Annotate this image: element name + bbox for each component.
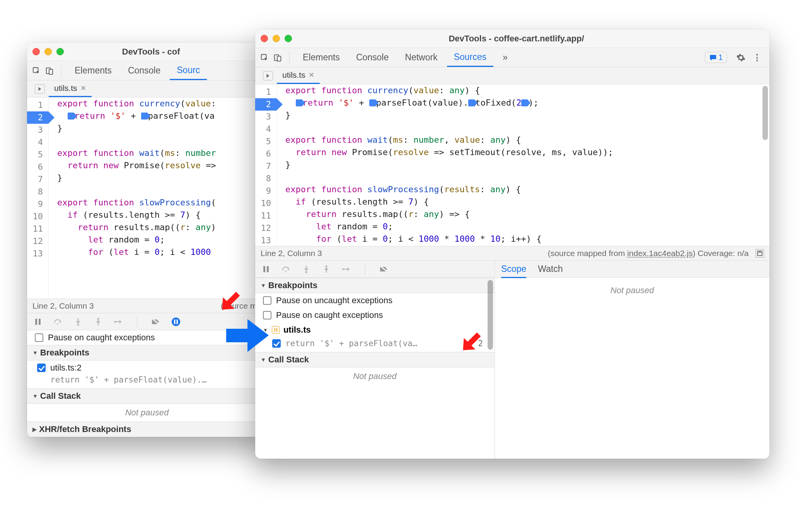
code-editor[interactable]: 1 2 3 4 5 6 7 8 9 10 11 12 13 export fun… <box>27 97 267 299</box>
checkbox[interactable] <box>263 296 271 305</box>
step-into-icon[interactable] <box>301 264 312 275</box>
window-title: DevTools - cof <box>64 47 261 57</box>
issues-count: 1 <box>718 53 723 62</box>
gutter[interactable]: 1 2 3 4 5 6 7 8 9 10 11 12 13 <box>255 84 277 246</box>
svg-point-18 <box>285 270 287 272</box>
chevron-right-icon: ▶ <box>32 426 37 432</box>
svg-point-21 <box>342 268 344 270</box>
pause-caught-row[interactable]: Pause on caught exceptions <box>255 308 495 323</box>
tab-console[interactable]: Console <box>349 48 396 67</box>
more-tabs-icon[interactable]: » <box>496 48 515 67</box>
svg-rect-3 <box>35 319 37 325</box>
checkbox[interactable] <box>272 339 281 348</box>
file-tab-utils[interactable]: utils.ts ✕ <box>277 67 320 84</box>
svg-point-9 <box>172 318 180 326</box>
bp-file-label: utils.ts:2 <box>50 363 82 373</box>
inspect-icon[interactable] <box>31 65 42 76</box>
step-icon[interactable] <box>113 316 124 327</box>
scrollbar[interactable] <box>763 86 768 140</box>
tab-sources[interactable]: Sources <box>447 48 493 67</box>
svg-rect-11 <box>177 319 178 324</box>
breakpoint-item[interactable]: utils.ts:2 <box>27 360 267 375</box>
breakpoint-marker[interactable]: 2 <box>27 111 48 124</box>
pause-caught-label: Pause on caught exceptions <box>276 310 383 320</box>
issues-button[interactable]: 1 <box>705 52 727 63</box>
close-window-icon[interactable] <box>261 35 268 42</box>
tab-scope[interactable]: Scope <box>501 264 526 278</box>
not-paused-label: Not paused <box>27 404 267 422</box>
tab-sources[interactable]: Sourc <box>170 61 207 80</box>
tab-elements[interactable]: Elements <box>296 48 347 67</box>
file-tabbar: utils.ts ✕ <box>27 80 267 97</box>
minimize-window-icon[interactable] <box>44 48 52 55</box>
code-editor[interactable]: 1 2 3 4 5 6 7 8 9 10 11 12 13 export fun… <box>255 84 769 246</box>
svg-point-7 <box>97 318 99 319</box>
gear-icon[interactable] <box>735 52 746 63</box>
pause-exceptions-toggle-icon[interactable] <box>171 316 181 327</box>
scope-not-paused: Not paused <box>495 278 769 299</box>
deactivate-breakpoints-icon[interactable] <box>379 264 389 275</box>
svg-point-5 <box>57 323 58 324</box>
traffic-lights <box>32 48 64 55</box>
mapped-file-link[interactable]: index.1ac4eab2.js <box>627 249 693 258</box>
tab-console[interactable]: Console <box>121 61 167 80</box>
close-window-icon[interactable] <box>32 48 40 55</box>
not-paused-label: Not paused <box>255 367 495 385</box>
callstack-header[interactable]: ▼ Call Stack <box>27 388 267 404</box>
file-tab-utils[interactable]: utils.ts ✕ <box>49 80 92 97</box>
tab-network[interactable]: Network <box>398 48 444 67</box>
step-into-icon[interactable] <box>73 316 84 327</box>
scope-watch-tabs: Scope Watch <box>495 261 769 278</box>
collapse-icon[interactable] <box>756 249 764 258</box>
close-icon[interactable]: ✕ <box>309 71 314 79</box>
kebab-icon[interactable]: ⋮ <box>752 52 763 63</box>
js-file-icon: JS <box>272 326 280 334</box>
step-out-icon[interactable] <box>321 264 332 275</box>
deactivate-breakpoints-icon[interactable] <box>150 316 161 327</box>
breakpoint-marker[interactable]: 2 <box>255 98 276 111</box>
tab-watch[interactable]: Watch <box>538 264 563 274</box>
gutter[interactable]: 1 2 3 4 5 6 7 8 9 10 11 12 13 <box>27 97 49 299</box>
debugger-right-pane: Scope Watch Not paused <box>495 261 769 459</box>
zoom-window-icon[interactable] <box>285 35 292 42</box>
titlebar: DevTools - cof <box>27 43 267 61</box>
inspect-icon[interactable] <box>259 52 270 63</box>
code-body[interactable]: export function currency(value: return '… <box>49 97 267 299</box>
pause-icon[interactable] <box>32 316 43 327</box>
bp-preview-code: return '$' + parseFloat(va… <box>285 339 417 348</box>
tab-elements[interactable]: Elements <box>68 61 119 80</box>
xhr-breakpoints-header[interactable]: ▶ XHR/fetch Breakpoints <box>27 422 267 437</box>
window-title: DevTools - coffee-cart.netlify.app/ <box>292 34 764 44</box>
zoom-window-icon[interactable] <box>56 48 64 55</box>
device-toggle-icon[interactable] <box>272 52 283 63</box>
svg-point-19 <box>305 271 307 273</box>
chevron-down-icon: ▼ <box>261 357 266 363</box>
editor-status: Line 2, Column 3 (source mapped from ind… <box>255 246 769 261</box>
svg-rect-14 <box>277 56 281 61</box>
step-over-icon[interactable] <box>53 316 63 327</box>
show-navigator-icon[interactable] <box>263 71 273 80</box>
checkbox[interactable] <box>35 333 43 342</box>
chevron-down-icon: ▼ <box>32 350 38 356</box>
checkbox[interactable] <box>37 364 46 372</box>
svg-point-20 <box>326 265 327 267</box>
code-body[interactable]: export function currency(value: any) { r… <box>277 84 769 246</box>
pause-uncaught-row[interactable]: Pause on uncaught exceptions <box>255 293 495 308</box>
titlebar: DevTools - coffee-cart.netlify.app/ <box>255 29 769 48</box>
pause-icon[interactable] <box>261 264 271 275</box>
minimize-window-icon[interactable] <box>273 35 280 42</box>
show-navigator-icon[interactable] <box>35 84 45 94</box>
step-out-icon[interactable] <box>93 316 104 327</box>
scrollbar[interactable] <box>488 280 493 350</box>
devtools-toolbar: Elements Console Sourc <box>27 61 267 80</box>
step-over-icon[interactable] <box>281 264 292 275</box>
checkbox[interactable] <box>263 311 271 319</box>
step-icon[interactable] <box>341 264 352 275</box>
breakpoints-header[interactable]: ▼ Breakpoints <box>255 278 495 293</box>
svg-point-8 <box>114 321 116 323</box>
close-icon[interactable]: ✕ <box>80 84 86 92</box>
callstack-header[interactable]: ▼ Call Stack <box>255 352 495 367</box>
chevron-down-icon: ▼ <box>32 393 38 399</box>
annotation-red-arrow-icon <box>455 327 483 354</box>
device-toggle-icon[interactable] <box>44 65 55 76</box>
